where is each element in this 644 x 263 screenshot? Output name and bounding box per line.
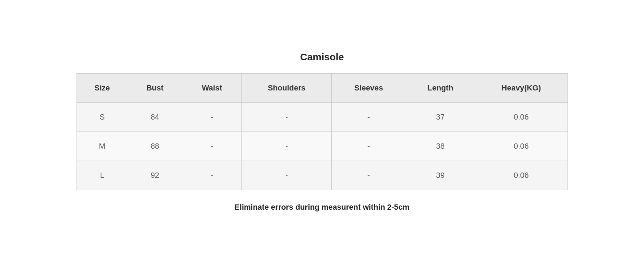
- cell-heavy-2: 0.06: [475, 161, 567, 190]
- page-container: Camisole Size Bust Waist Shoulders Sleev…: [0, 0, 644, 263]
- cell-waist-2: -: [182, 161, 242, 190]
- cell-size-1: M: [77, 132, 128, 161]
- table-body: S84---370.06M88---380.06L92---390.06: [77, 102, 567, 190]
- cell-bust-0: 84: [128, 102, 182, 132]
- cell-sleeves-2: -: [332, 161, 406, 190]
- header-length: Length: [406, 74, 475, 103]
- table-row: M88---380.06: [77, 132, 567, 161]
- cell-bust-2: 92: [128, 161, 182, 190]
- cell-waist-1: -: [182, 132, 242, 161]
- cell-length-2: 39: [406, 161, 475, 190]
- cell-shoulders-0: -: [242, 102, 332, 132]
- cell-size-2: L: [77, 161, 128, 190]
- cell-heavy-0: 0.06: [475, 102, 567, 132]
- cell-waist-0: -: [182, 102, 242, 132]
- table-header-row: Size Bust Waist Shoulders Sleeves Length…: [77, 74, 567, 103]
- cell-sleeves-1: -: [332, 132, 406, 161]
- header-size: Size: [77, 74, 128, 103]
- cell-shoulders-1: -: [242, 132, 332, 161]
- cell-length-1: 38: [406, 132, 475, 161]
- cell-size-0: S: [77, 102, 128, 132]
- page-title: Camisole: [300, 52, 344, 63]
- header-bust: Bust: [128, 74, 182, 103]
- header-heavy: Heavy(KG): [475, 74, 567, 103]
- cell-heavy-1: 0.06: [475, 132, 567, 161]
- table-row: S84---370.06: [77, 102, 567, 132]
- footer-note: Eliminate errors during measurent within…: [234, 203, 410, 212]
- cell-bust-1: 88: [128, 132, 182, 161]
- cell-sleeves-0: -: [332, 102, 406, 132]
- cell-shoulders-2: -: [242, 161, 332, 190]
- size-table: Size Bust Waist Shoulders Sleeves Length…: [77, 74, 567, 190]
- header-shoulders: Shoulders: [242, 74, 332, 103]
- cell-length-0: 37: [406, 102, 475, 132]
- header-waist: Waist: [182, 74, 242, 103]
- table-wrapper: Size Bust Waist Shoulders Sleeves Length…: [77, 73, 568, 190]
- table-row: L92---390.06: [77, 161, 567, 190]
- header-sleeves: Sleeves: [332, 74, 406, 103]
